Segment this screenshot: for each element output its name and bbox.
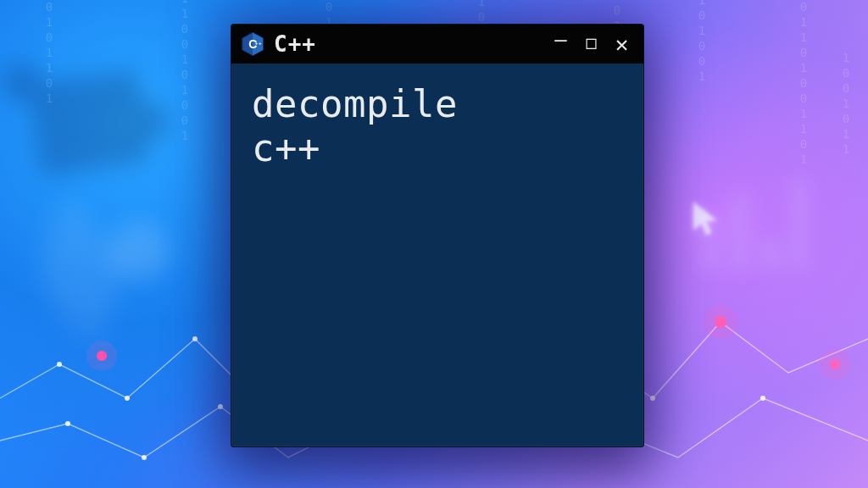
bg-orb-shape [110,220,170,280]
terminal-line-1: decompile [252,82,458,125]
bg-cursor-silhouette [691,199,720,238]
svg-text:+: + [255,40,259,46]
terminal-window: C + + C++ — □ ✕ decompile c++ [231,24,644,447]
cpp-logo-icon: C + + [240,31,265,57]
svg-text:+: + [259,40,262,46]
terminal-line-2: c++ [252,126,320,169]
bg-molecule-shape [28,69,150,176]
terminal-body[interactable]: decompile c++ [231,64,643,446]
maximize-button[interactable]: □ [581,34,603,51]
minimize-button[interactable]: — [550,30,572,50]
close-button[interactable]: ✕ [611,33,633,55]
titlebar[interactable]: C + + C++ — □ ✕ [231,25,643,64]
window-title: C++ [274,33,316,55]
